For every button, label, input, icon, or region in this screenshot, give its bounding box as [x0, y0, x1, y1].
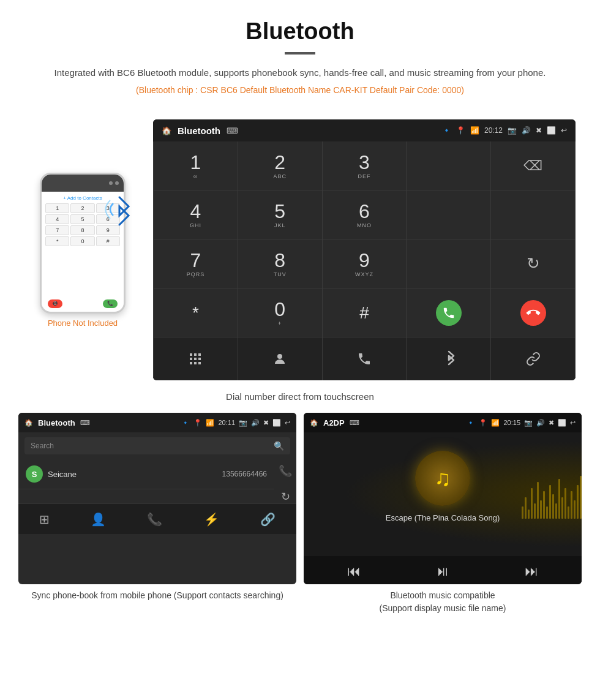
back-icon: ↩	[561, 126, 567, 135]
bluetooth-specs: (Bluetooth chip : CSR BC6 Default Blueto…	[37, 85, 563, 95]
music-content: ♫ Escape (The Pina Colada Song)	[304, 432, 582, 556]
pb-contacts-icon[interactable]: 👤	[91, 512, 106, 527]
time-label: 20:12	[484, 126, 503, 135]
music-time: 20:15	[503, 419, 520, 426]
dial-call-green-button[interactable]	[407, 288, 491, 337]
dial-key-6[interactable]: 6MNO	[323, 190, 407, 239]
dial-grid-button[interactable]	[154, 337, 238, 380]
pb-contact-row: S Seicane 13566664466	[18, 459, 274, 489]
music-title-bar: A2DP	[323, 418, 345, 427]
svg-rect-4	[194, 358, 197, 360]
music-prev-button[interactable]: ⏮	[347, 563, 361, 579]
pb-win-icon: ⬜	[272, 419, 281, 427]
music-home-icon: 🏠	[310, 419, 318, 427]
pb-side-icons: 📞 ↻	[274, 459, 296, 503]
dial-call-red-button[interactable]	[491, 288, 576, 337]
pb-search-placeholder: Search	[31, 442, 54, 450]
dial-statusbar-right: 🔹 📍 📶 20:12 📷 🔊 ✖ ⬜ ↩	[442, 126, 567, 135]
camera-icon: 📷	[508, 126, 517, 135]
dial-key-4[interactable]: 4GHI	[154, 190, 238, 239]
pb-usb-icon: ⌨	[80, 419, 90, 427]
page-description: Integrated with BC6 Bluetooth module, su…	[37, 66, 563, 80]
dial-key-5[interactable]: 5JKL	[238, 190, 323, 239]
music-item: 🏠 A2DP ⌨ 🔹 📍 📶 20:15 📷 🔊 ✖ ⬜ ↩	[304, 413, 582, 615]
dial-bottom-toolbar	[153, 337, 576, 380]
music-vol-icon: 🔊	[536, 419, 545, 427]
usb-icon: ⌨	[227, 126, 238, 135]
dial-key-1[interactable]: 1∞	[154, 141, 238, 190]
call-green-icon	[436, 300, 462, 326]
dial-phone-button[interactable]	[323, 337, 407, 380]
pb-grid-icon[interactable]: ⊞	[39, 512, 50, 527]
music-usb-icon: ⌨	[350, 419, 359, 427]
dial-empty-4	[407, 239, 491, 288]
dial-empty-3	[491, 190, 576, 239]
pb-cam-icon: 📷	[239, 419, 247, 427]
phone-key-0: 0	[70, 236, 94, 246]
pb-bt-icon: 🔹	[181, 419, 190, 427]
home-icon: 🏠	[162, 126, 171, 135]
pb-home-icon: 🏠	[24, 419, 33, 427]
pb-search-bar[interactable]: Search 🔍	[24, 437, 290, 454]
phone-key-5: 5	[70, 214, 94, 224]
location-icon: 📍	[456, 126, 465, 135]
volume-icon: 🔊	[522, 126, 531, 135]
dial-key-star[interactable]: *	[154, 288, 238, 337]
dial-statusbar-left: 🏠 Bluetooth ⌨	[162, 126, 238, 136]
pb-contacts-list: S Seicane 13566664466	[18, 459, 274, 503]
pb-link-icon[interactable]: 🔗	[260, 512, 276, 527]
dial-key-2[interactable]: 2ABC	[238, 141, 323, 190]
music-screenshot: 🏠 A2DP ⌨ 🔹 📍 📶 20:15 📷 🔊 ✖ ⬜ ↩	[304, 413, 582, 584]
dial-empty-2	[407, 190, 491, 239]
dial-key-0[interactable]: 0+	[238, 288, 323, 337]
dial-key-3[interactable]: 3DEF	[323, 141, 407, 190]
call-red-icon	[520, 300, 546, 326]
phone-container: + Add to Contacts 1 2 3 4 5 6 7 8 9 * 0 …	[24, 173, 141, 328]
bottom-section: 🏠 Bluetooth ⌨ 🔹 📍 📶 20:11 📷 🔊 ✖ ⬜ ↩	[0, 413, 600, 627]
dial-key-8[interactable]: 8TUV	[238, 239, 323, 288]
phone-key-1: 1	[45, 203, 69, 213]
svg-point-9	[277, 354, 282, 359]
dial-redial-button[interactable]: ↻	[491, 239, 576, 288]
music-sig-icon: 📶	[491, 419, 500, 427]
pb-x-icon: ✖	[263, 419, 269, 427]
svg-rect-0	[190, 353, 192, 356]
dial-link-button[interactable]	[491, 337, 576, 380]
page-title: Bluetooth	[37, 18, 563, 45]
window-icon: ⬜	[547, 126, 556, 135]
music-x-icon: ✖	[549, 419, 554, 427]
pb-contact-name: Seicane	[48, 470, 217, 479]
music-play-pause-button[interactable]: ⏯	[436, 563, 449, 579]
pb-content-row: S Seicane 13566664466 📞 ↻	[18, 459, 296, 503]
svg-rect-6	[190, 362, 192, 364]
phone-top-bar	[42, 175, 124, 192]
pb-bt-icon2[interactable]: ⚡	[204, 512, 219, 527]
close-icon: ✖	[536, 126, 542, 135]
svg-rect-3	[190, 358, 192, 360]
pb-phone-icon[interactable]: 📞	[147, 512, 162, 527]
music-next-button[interactable]: ⏭	[525, 563, 538, 579]
pb-bottom-bar: ⊞ 👤 📞 ⚡ 🔗	[18, 503, 296, 534]
pb-back-icon: ↩	[285, 419, 290, 427]
dial-key-hash[interactable]: #	[323, 288, 407, 337]
music-bt-icon: 🔹	[467, 419, 475, 427]
dial-key-7[interactable]: 7PQRS	[154, 239, 238, 288]
music-note-icon: ♫	[435, 465, 451, 491]
dial-caption: Dial number direct from touchscreen	[0, 391, 600, 402]
dial-backspace-button[interactable]: ⌫	[491, 141, 576, 190]
phone-status-dot	[109, 181, 113, 185]
pb-time: 20:11	[218, 419, 235, 426]
phonebook-caption: Sync phone-book from mobile phone (Suppo…	[18, 589, 296, 602]
phone-not-included-label: Phone Not Included	[48, 318, 118, 328]
dial-empty-1	[407, 141, 491, 190]
music-song-title: Escape (The Pina Colada Song)	[386, 513, 500, 522]
dial-key-9[interactable]: 9WXYZ	[323, 239, 407, 288]
phone-key-hash: #	[96, 236, 120, 246]
music-screen: 🏠 A2DP ⌨ 🔹 📍 📶 20:15 📷 🔊 ✖ ⬜ ↩	[304, 413, 582, 584]
music-win-icon: ⬜	[558, 419, 566, 427]
dial-bluetooth-button[interactable]	[407, 337, 491, 380]
pb-vol-icon: 🔊	[251, 419, 260, 427]
phone-key-4: 4	[45, 214, 69, 224]
dial-contacts-button[interactable]	[238, 337, 323, 380]
pb-refresh-icon: ↻	[281, 490, 290, 503]
